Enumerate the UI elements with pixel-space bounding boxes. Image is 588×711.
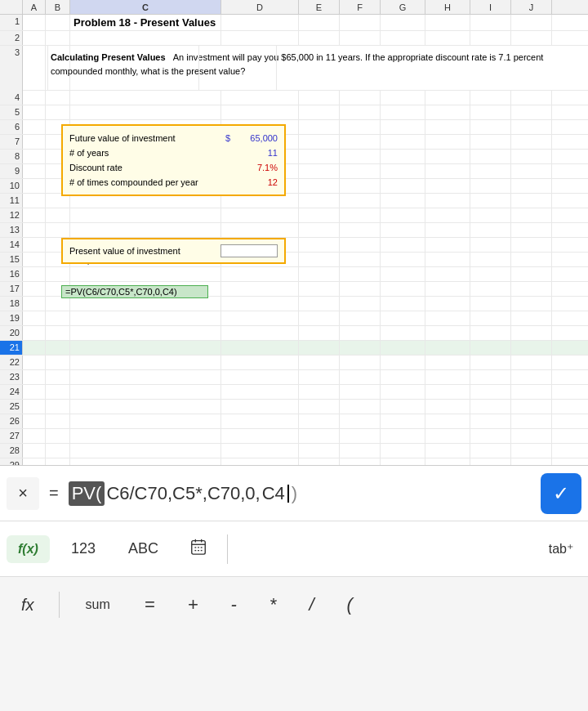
col-header-g: G	[381, 0, 425, 14]
divide-button[interactable]: /	[301, 588, 322, 622]
row-2: 2	[0, 31, 588, 46]
row-num-12: 12	[0, 208, 23, 222]
keyboard-row-functions: f(x) 123 ABC tab⁺	[0, 521, 588, 577]
future-value-label: Future value of investment	[69, 133, 225, 143]
cell-j1[interactable]	[511, 15, 552, 30]
row-19: 19	[0, 311, 588, 326]
row-num-7: 7	[0, 135, 23, 149]
compound-row: # of times compounded per year 12	[69, 175, 278, 190]
equals-sign: =	[49, 484, 59, 503]
row-26: 26	[0, 414, 588, 429]
grid-line	[276, 46, 277, 91]
row-num-11: 11	[0, 194, 23, 208]
formula-close-paren: )	[292, 483, 297, 504]
discount-label: Discount rate	[69, 163, 237, 172]
cell-d1[interactable]	[221, 15, 299, 30]
col-header-b: B	[46, 0, 70, 14]
row-num-corner	[0, 0, 23, 14]
formula-text: =PV(C6/C70,C5*,C70,0,C4)	[65, 287, 177, 297]
col-header-i: I	[470, 0, 511, 14]
future-value-value[interactable]: 65,000	[237, 133, 278, 143]
abc-button[interactable]: ABC	[117, 534, 170, 564]
numbers-button[interactable]: 123	[60, 534, 107, 564]
row-num-19: 19	[0, 311, 23, 325]
cell-e1[interactable]	[299, 15, 340, 30]
sum-button[interactable]: sum	[76, 591, 120, 619]
row-25: 25	[0, 400, 588, 414]
keyboard-row-operators: fx sum = + - * / (	[0, 577, 588, 633]
years-row: # of years 11	[69, 145, 278, 160]
row-num-15: 15	[0, 253, 23, 266]
row-3: 3 Calculating Present Values An investme…	[0, 46, 588, 91]
years-value[interactable]: 11	[237, 148, 278, 158]
col-header-f: F	[340, 0, 381, 14]
formula-close-button[interactable]: ×	[7, 477, 39, 510]
col-header-a: A	[23, 0, 46, 14]
function-button[interactable]: f(x)	[7, 535, 50, 563]
open-paren-button[interactable]: (	[339, 588, 361, 622]
row-18: 18	[0, 297, 588, 311]
row-num-21: 21	[0, 341, 23, 355]
row-num-5: 5	[0, 105, 23, 119]
col-header-c: C	[70, 0, 221, 14]
cell-c1[interactable]: Problem 18 - Present Values	[70, 15, 221, 30]
op-separator	[59, 592, 60, 618]
pv-highlight: PV(	[69, 481, 105, 506]
tab-button[interactable]: tab⁺	[541, 534, 581, 563]
formula-body-text: C6/C70,C5*,C70,0,	[106, 483, 260, 504]
col-header-e: E	[299, 0, 340, 14]
grid-line	[198, 46, 199, 91]
compound-label: # of times compounded per year	[69, 177, 237, 187]
years-label: # of years	[69, 148, 237, 158]
output-value-cell[interactable]	[220, 244, 278, 257]
row-num-6: 6	[0, 120, 23, 134]
minus-button[interactable]: -	[223, 588, 245, 622]
formula-input-display[interactable]: PV( C6/C70,C5*,C70,0,C4 )	[69, 481, 534, 506]
row-num-17: 17	[0, 282, 23, 296]
formula-confirm-button[interactable]: ✓	[541, 473, 581, 514]
row-29: 29	[0, 458, 588, 466]
row-num-20: 20	[0, 326, 23, 340]
row-28: 28	[0, 444, 588, 458]
row-13: 13	[0, 223, 588, 238]
spreadsheet: A B C D E F G H I J 1 Problem 18 - Prese…	[0, 0, 588, 466]
row-4: 4	[0, 91, 588, 105]
discount-value[interactable]: 7.1%	[237, 163, 278, 172]
compound-value[interactable]: 12	[237, 177, 278, 187]
column-headers: A B C D E F G H I J	[0, 0, 588, 15]
multiply-button[interactable]: *	[261, 588, 285, 622]
col-header-j: J	[511, 0, 552, 14]
problem-label: Calculating Present Values	[51, 52, 166, 62]
output-label: Present value of investment	[69, 246, 220, 256]
cell-h1[interactable]	[425, 15, 470, 30]
formula-cell[interactable]: =PV(C6/C70,C5*,C70,0,C4)	[61, 285, 208, 298]
formula-bar: × = PV( C6/C70,C5*,C70,0,C4 ) ✓	[0, 466, 588, 521]
row-5: 5	[0, 105, 588, 120]
future-value-dollar: $	[225, 133, 230, 143]
keyboard-area: × = PV( C6/C70,C5*,C70,0,C4 ) ✓ f(x) 123…	[0, 466, 588, 711]
formula-cursor	[287, 485, 289, 503]
cell-a1[interactable]	[23, 15, 46, 30]
row-12: 12	[0, 208, 588, 223]
row-num-13: 13	[0, 223, 23, 237]
row-22: 22	[0, 356, 588, 370]
row-16: 16	[0, 267, 588, 282]
cell-f1[interactable]	[340, 15, 381, 30]
fx-button[interactable]: fx	[13, 589, 42, 621]
keyboard-divider	[227, 534, 228, 564]
cell-g1[interactable]	[381, 15, 425, 30]
row-num-3: 3	[0, 46, 23, 91]
cell-i1[interactable]	[470, 15, 511, 30]
row-num-1: 1	[0, 15, 23, 30]
future-value-row: Future value of investment $ 65,000	[69, 131, 278, 145]
row-num-18: 18	[0, 297, 23, 311]
cell-b1[interactable]	[46, 15, 70, 30]
equals-button[interactable]: =	[136, 588, 163, 622]
plus-button[interactable]: +	[180, 588, 207, 622]
row-27: 27	[0, 429, 588, 444]
calendar-button[interactable]	[180, 531, 217, 566]
input-box: Future value of investment $ 65,000 # of…	[61, 124, 286, 196]
problem-text-cell: Calculating Present Values An investment…	[47, 49, 554, 79]
row-num-14: 14	[0, 238, 23, 252]
row-num-8: 8	[0, 150, 23, 163]
